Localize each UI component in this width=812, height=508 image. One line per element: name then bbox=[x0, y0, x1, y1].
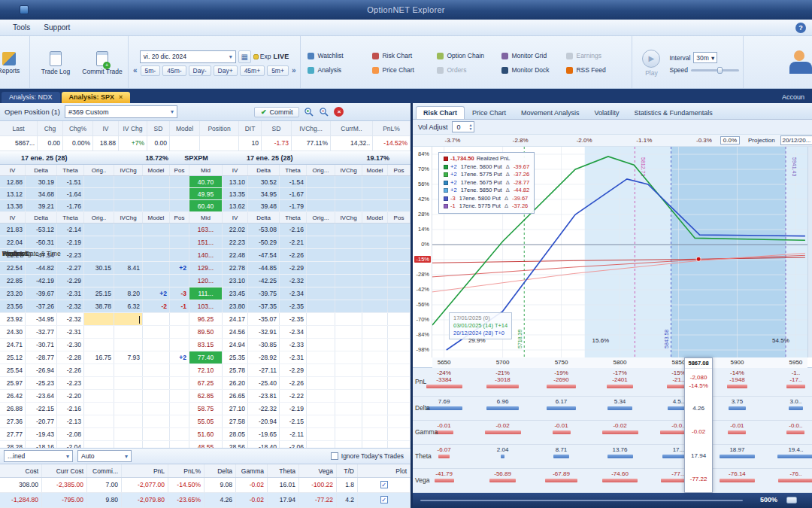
chain-cell[interactable]: -2.22 bbox=[280, 390, 307, 402]
chain-cell[interactable]: -1.64 bbox=[57, 188, 84, 199]
projection-date-select[interactable]: 20/12/20... bbox=[780, 135, 812, 145]
chain-cell[interactable] bbox=[170, 200, 189, 211]
mid-cell[interactable]: 163... bbox=[189, 224, 223, 236]
chain-cell[interactable]: -2.23 bbox=[57, 249, 84, 261]
table-row[interactable]: 308.00-2,385.007.00-2,077.00-14.50%9.08-… bbox=[0, 478, 411, 493]
chain-cell[interactable]: 30.52 bbox=[248, 176, 280, 187]
chain-cell[interactable]: -44.85 bbox=[248, 262, 280, 274]
chain-cell[interactable] bbox=[170, 275, 189, 287]
chain-row[interactable]: 22.85-42.19-2.29120...23.10-42.25-2.32 bbox=[0, 275, 411, 287]
chain-cell[interactable]: 24.56 bbox=[223, 326, 248, 338]
zoom-out-icon[interactable] bbox=[319, 107, 329, 117]
chain-cell[interactable]: -30.85 bbox=[248, 339, 280, 351]
chain-row[interactable]: 22.04-50.31-2.19151...22.23-50.29-2.21 bbox=[0, 236, 411, 249]
expiration-header[interactable]: 17 ene. 25 (28) 18.72% SPXPM 17 ene. 25 … bbox=[0, 151, 411, 165]
chain-cell[interactable] bbox=[362, 224, 388, 236]
chain-cell[interactable]: -2.26 bbox=[280, 377, 307, 389]
chain-cell[interactable] bbox=[388, 428, 411, 440]
chain-cell[interactable]: 38.78 bbox=[84, 300, 114, 312]
rewind-fast-icon[interactable]: « bbox=[132, 66, 138, 75]
chain-cell[interactable] bbox=[84, 176, 114, 187]
chain-cell[interactable] bbox=[84, 275, 114, 287]
chain-cell[interactable] bbox=[143, 428, 170, 440]
chain-cell[interactable] bbox=[307, 351, 335, 364]
chain-cell[interactable] bbox=[307, 377, 335, 389]
auto-select[interactable]: Auto▾ bbox=[77, 450, 132, 462]
chain-cell[interactable]: -23.81 bbox=[248, 390, 280, 402]
time-nav-5m-back[interactable]: 5m- bbox=[141, 65, 161, 76]
chain-cell[interactable]: -2.14 bbox=[57, 224, 84, 236]
chain-cell[interactable] bbox=[388, 326, 411, 338]
chain-cell[interactable] bbox=[335, 249, 362, 261]
chain-cell[interactable] bbox=[114, 415, 143, 427]
chain-cell[interactable]: 23.45 bbox=[223, 287, 248, 300]
chain-cell[interactable] bbox=[143, 249, 170, 261]
chain-cell[interactable]: +2 bbox=[170, 351, 189, 364]
chain-cell[interactable]: 23.20 bbox=[0, 287, 26, 300]
chain-cell[interactable] bbox=[114, 339, 143, 351]
chain-cell[interactable]: -2.31 bbox=[57, 287, 84, 300]
mid-cell[interactable]: 83.15 bbox=[189, 339, 223, 351]
chain-cell[interactable] bbox=[143, 326, 170, 338]
chain-cell[interactable] bbox=[170, 176, 189, 187]
chain-cell[interactable]: 25.97 bbox=[0, 377, 26, 389]
forward-fast-icon[interactable]: » bbox=[291, 66, 297, 75]
mid-cell[interactable]: 129... bbox=[189, 262, 223, 274]
chain-cell[interactable]: -2.26 bbox=[57, 364, 84, 376]
chain-cell[interactable]: -25.40 bbox=[248, 377, 280, 389]
chain-cell[interactable] bbox=[114, 249, 143, 261]
chain-cell[interactable]: 6.32 bbox=[114, 300, 143, 312]
time-nav-45m-back[interactable]: 45m- bbox=[162, 65, 186, 76]
chain-cell[interactable]: 26.88 bbox=[0, 403, 26, 415]
combined-select[interactable]: ...ined▾ bbox=[4, 450, 73, 462]
chain-cell[interactable] bbox=[84, 224, 114, 236]
chain-cell[interactable]: -1.79 bbox=[280, 200, 307, 211]
interval-select[interactable]: 30m▾ bbox=[693, 52, 717, 63]
chain-cell[interactable]: 39.21 bbox=[26, 200, 57, 211]
chain-cell[interactable]: -23.64 bbox=[26, 390, 57, 402]
chain-cell[interactable] bbox=[335, 390, 362, 402]
chain-row[interactable]: 12.8830.19-1.5140.7013.1030.52-1.54 bbox=[0, 176, 411, 188]
chain-cell[interactable] bbox=[335, 364, 362, 376]
chain-cell[interactable]: -1.54 bbox=[280, 176, 307, 187]
chain-cell[interactable] bbox=[335, 339, 362, 351]
time-nav-5m-fwd[interactable]: 5m+ bbox=[267, 65, 289, 76]
windows-option-chain[interactable]: Option Chain bbox=[434, 49, 498, 63]
chain-cell[interactable]: -28.77 bbox=[26, 351, 57, 364]
chain-cell[interactable] bbox=[362, 428, 388, 440]
chain-cell[interactable] bbox=[170, 326, 189, 338]
chain-cell[interactable]: 13.12 bbox=[0, 188, 26, 199]
commit-trade-button[interactable]: Commit Trade bbox=[80, 50, 124, 77]
chain-cell[interactable] bbox=[143, 364, 170, 376]
chain-cell[interactable] bbox=[114, 403, 143, 415]
chain-cell[interactable] bbox=[388, 262, 411, 274]
chain-cell[interactable]: 7.93 bbox=[114, 351, 143, 364]
chain-cell[interactable] bbox=[362, 403, 388, 415]
mid-cell[interactable]: 55.05 bbox=[189, 415, 223, 427]
chain-cell[interactable] bbox=[307, 390, 335, 402]
chain-cell[interactable]: 22.78 bbox=[223, 262, 248, 274]
play-button[interactable]: ▶ Play bbox=[636, 50, 666, 77]
tab-movement-analysis[interactable]: Movement Analysis bbox=[514, 106, 587, 119]
plot-checkbox[interactable]: ✓ bbox=[358, 493, 411, 507]
chain-cell[interactable] bbox=[114, 428, 143, 440]
chain-cell[interactable] bbox=[170, 224, 189, 236]
vol-shift-current[interactable]: 0.0% bbox=[720, 136, 740, 144]
chain-cell[interactable] bbox=[114, 364, 143, 376]
chain-cell[interactable] bbox=[362, 441, 388, 448]
chain-cell[interactable] bbox=[114, 326, 143, 338]
help-icon[interactable] bbox=[795, 23, 806, 33]
chain-cell[interactable] bbox=[170, 428, 189, 440]
chain-cell[interactable] bbox=[388, 415, 411, 427]
chain-cell[interactable]: +2 bbox=[170, 262, 189, 274]
chain-cell[interactable]: 30.19 bbox=[26, 176, 57, 187]
chain-row[interactable]: 26.88-22.15-2.1658.7527.10-22.32-2.19 bbox=[0, 403, 411, 415]
chain-cell[interactable] bbox=[170, 188, 189, 199]
chain-cell[interactable] bbox=[84, 249, 114, 261]
chain-cell[interactable] bbox=[170, 377, 189, 389]
chain-cell[interactable] bbox=[143, 441, 170, 448]
chain-cell[interactable] bbox=[114, 377, 143, 389]
chain-cell[interactable] bbox=[362, 364, 388, 376]
chain-cell[interactable] bbox=[307, 339, 335, 351]
chain-cell[interactable] bbox=[362, 415, 388, 427]
